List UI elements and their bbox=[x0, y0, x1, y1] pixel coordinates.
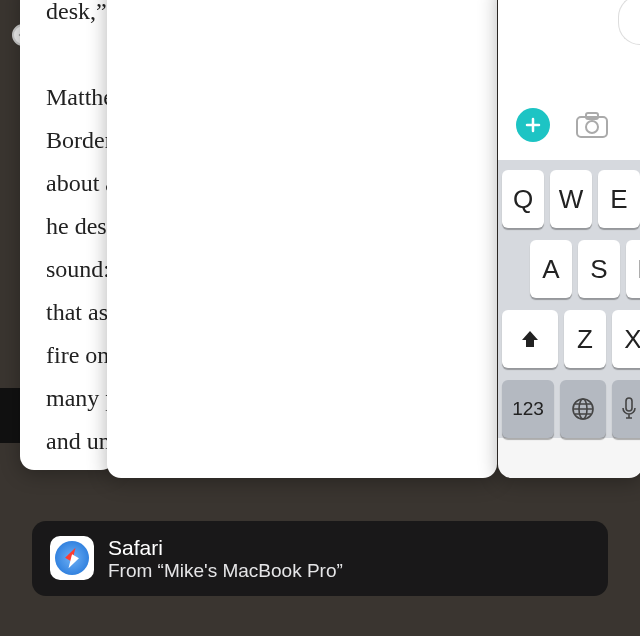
mic-key[interactable] bbox=[612, 380, 640, 438]
handoff-text: Safari From “Mike's MacBook Pro” bbox=[108, 535, 343, 582]
camera-icon bbox=[575, 111, 609, 139]
messaging-card[interactable]: Q W E A S D Z X 123 bbox=[498, 0, 640, 478]
key-q[interactable]: Q bbox=[502, 170, 544, 228]
safari-icon bbox=[50, 536, 94, 580]
key-d[interactable]: D bbox=[626, 240, 640, 298]
key-s[interactable]: S bbox=[578, 240, 620, 298]
key-x[interactable]: X bbox=[612, 310, 640, 368]
handoff-app-name: Safari bbox=[108, 535, 343, 560]
message-input[interactable] bbox=[618, 0, 640, 45]
reader-text: desk,” s Matthe Borderl about a he desc … bbox=[20, 0, 115, 463]
shift-key[interactable] bbox=[502, 310, 558, 368]
shift-icon bbox=[519, 328, 541, 350]
handoff-banner[interactable]: Safari From “Mike's MacBook Pro” bbox=[32, 521, 608, 596]
globe-icon bbox=[570, 396, 596, 422]
svg-point-1 bbox=[586, 121, 598, 133]
add-button[interactable] bbox=[516, 108, 550, 142]
svg-rect-5 bbox=[626, 398, 632, 411]
globe-key[interactable] bbox=[560, 380, 606, 438]
handoff-source: From “Mike's MacBook Pro” bbox=[108, 560, 343, 582]
key-a[interactable]: A bbox=[530, 240, 572, 298]
camera-button[interactable] bbox=[574, 110, 610, 140]
key-z[interactable]: Z bbox=[564, 310, 606, 368]
blank-card[interactable] bbox=[107, 0, 497, 478]
number-key[interactable]: 123 bbox=[502, 380, 554, 438]
key-w[interactable]: W bbox=[550, 170, 592, 228]
keyboard: Q W E A S D Z X 123 bbox=[498, 160, 640, 438]
plus-icon bbox=[524, 116, 542, 134]
key-e[interactable]: E bbox=[598, 170, 640, 228]
compose-area bbox=[498, 0, 640, 160]
mic-icon bbox=[619, 396, 639, 422]
reader-card[interactable]: desk,” s Matthe Borderl about a he desc … bbox=[20, 0, 115, 470]
